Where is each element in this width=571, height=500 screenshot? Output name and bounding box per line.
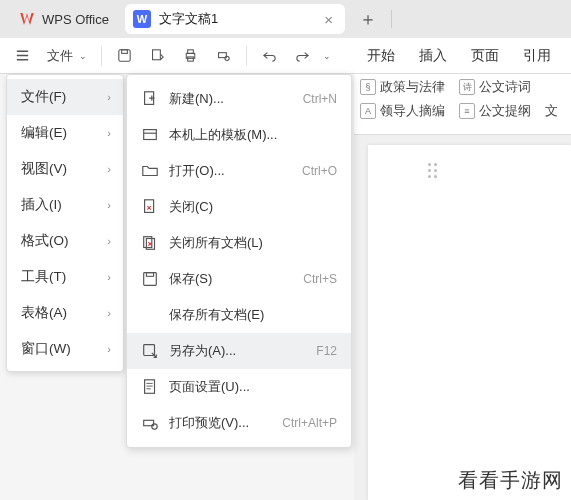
doc-icon: 诗	[459, 79, 475, 95]
save-button[interactable]	[110, 43, 139, 68]
ribbon-tab-page[interactable]: 页面	[459, 39, 511, 73]
svg-rect-5	[188, 57, 194, 61]
print-icon	[182, 47, 199, 64]
watermark-text: 看看手游网	[458, 467, 563, 494]
chevron-right-icon: ›	[107, 163, 111, 175]
gallery-item-more[interactable]: 文	[545, 102, 558, 120]
drag-handle-icon[interactable]	[428, 163, 437, 178]
chevron-right-icon: ›	[107, 343, 111, 355]
doc-icon: ≡	[459, 103, 475, 119]
gallery-item-leaders[interactable]: A领导人摘编	[360, 102, 445, 120]
ribbon-tab-start[interactable]: 开始	[355, 39, 407, 73]
save-icon	[141, 270, 159, 288]
file-submenu: 新建(N)... Ctrl+N 本机上的模板(M)... 打开(O)... Ct…	[126, 74, 352, 448]
svg-rect-1	[122, 50, 128, 54]
template-gallery: §政策与法律 诗公文诗词 A领导人摘编 ≡公文提纲 文	[354, 74, 571, 134]
hamburger-button[interactable]	[8, 43, 37, 68]
submenu-page-setup[interactable]: 页面设置(U)...	[127, 369, 351, 405]
main-toolbar: 文件 ⌄ ⌄ 开始 插入 页面 引用	[0, 38, 571, 74]
menu-item-view[interactable]: 视图(V)›	[7, 151, 123, 187]
menu-item-edit[interactable]: 编辑(E)›	[7, 115, 123, 151]
doc-type-icon: W	[133, 10, 151, 28]
divider	[391, 10, 392, 28]
document-area	[354, 134, 571, 500]
print-preview-button[interactable]	[209, 43, 238, 68]
document-title: 文字文稿1	[159, 10, 314, 28]
svg-rect-10	[145, 200, 154, 213]
chevron-right-icon: ›	[107, 91, 111, 103]
menu-item-format[interactable]: 格式(O)›	[7, 223, 123, 259]
menu-item-file[interactable]: 文件(F)›	[7, 79, 123, 115]
submenu-print-preview[interactable]: 打印预览(V)... Ctrl+Alt+P	[127, 405, 351, 441]
redo-icon	[294, 47, 311, 64]
export-icon	[149, 47, 166, 64]
new-tab-button[interactable]: ＋	[351, 3, 385, 35]
submenu-open[interactable]: 打开(O)... Ctrl+O	[127, 153, 351, 189]
separator	[246, 46, 247, 66]
svg-rect-9	[144, 130, 157, 140]
submenu-save-as[interactable]: 另存为(A)... F12	[127, 333, 351, 369]
menu-item-window[interactable]: 窗口(W)›	[7, 331, 123, 367]
svg-rect-4	[188, 50, 194, 54]
gallery-item-outline[interactable]: ≡公文提纲	[459, 102, 531, 120]
close-tab-button[interactable]: ×	[322, 11, 335, 28]
menu-item-table[interactable]: 表格(A)›	[7, 295, 123, 331]
redo-button[interactable]	[288, 43, 317, 68]
main-menu: 文件(F)› 编辑(E)› 视图(V)› 插入(I)› 格式(O)› 工具(T)…	[6, 74, 124, 372]
submenu-new[interactable]: 新建(N)... Ctrl+N	[127, 81, 351, 117]
undo-button[interactable]	[255, 43, 284, 68]
page-setup-icon	[141, 378, 159, 396]
shortcut: F12	[316, 344, 337, 358]
caret-down-icon: ⌄	[79, 51, 87, 61]
file-menu-button[interactable]: 文件 ⌄	[41, 43, 93, 69]
app-name: WPS Office	[42, 12, 109, 27]
close-doc-icon	[141, 198, 159, 216]
gallery-item-poetry[interactable]: 诗公文诗词	[459, 78, 531, 96]
print-preview-icon	[141, 414, 159, 432]
document-page[interactable]	[368, 145, 571, 500]
doc-icon: §	[360, 79, 376, 95]
print-button[interactable]	[176, 43, 205, 68]
undo-icon	[261, 47, 278, 64]
submenu-save-all[interactable]: 保存所有文档(E)	[127, 297, 351, 333]
submenu-close-all[interactable]: 关闭所有文档(L)	[127, 225, 351, 261]
caret-down-icon[interactable]: ⌄	[323, 51, 331, 61]
ribbon-tabs: 开始 插入 页面 引用	[355, 39, 563, 73]
chevron-right-icon: ›	[107, 199, 111, 211]
print-preview-icon	[215, 47, 232, 64]
submenu-save[interactable]: 保存(S) Ctrl+S	[127, 261, 351, 297]
save-as-icon	[141, 342, 159, 360]
document-tab[interactable]: W 文字文稿1 ×	[125, 4, 345, 34]
gallery-row: A领导人摘编 ≡公文提纲 文	[354, 102, 571, 120]
new-file-icon	[141, 90, 159, 108]
ribbon-tab-insert[interactable]: 插入	[407, 39, 459, 73]
chevron-right-icon: ›	[107, 307, 111, 319]
app-tab[interactable]: WPS Office	[8, 4, 119, 34]
svg-point-18	[152, 424, 157, 429]
gallery-item-policy[interactable]: §政策与法律	[360, 78, 445, 96]
menu-icon	[14, 47, 31, 64]
title-bar: WPS Office W 文字文稿1 × ＋	[0, 0, 571, 38]
submenu-template[interactable]: 本机上的模板(M)...	[127, 117, 351, 153]
svg-point-7	[225, 56, 229, 60]
shortcut: Ctrl+N	[303, 92, 337, 106]
menu-item-tools[interactable]: 工具(T)›	[7, 259, 123, 295]
svg-rect-13	[144, 273, 157, 286]
menu-item-insert[interactable]: 插入(I)›	[7, 187, 123, 223]
shortcut: Ctrl+S	[303, 272, 337, 286]
file-label: 文件	[47, 47, 73, 65]
template-icon	[141, 126, 159, 144]
folder-open-icon	[141, 162, 159, 180]
shortcut: Ctrl+O	[302, 164, 337, 178]
save-icon	[116, 47, 133, 64]
export-button[interactable]	[143, 43, 172, 68]
chevron-right-icon: ›	[107, 235, 111, 247]
gallery-row: §政策与法律 诗公文诗词	[354, 78, 571, 96]
svg-rect-0	[119, 50, 130, 61]
wps-logo-icon	[18, 10, 36, 28]
chevron-right-icon: ›	[107, 127, 111, 139]
separator	[101, 46, 102, 66]
doc-icon: A	[360, 103, 376, 119]
ribbon-tab-ref[interactable]: 引用	[511, 39, 563, 73]
submenu-close[interactable]: 关闭(C)	[127, 189, 351, 225]
